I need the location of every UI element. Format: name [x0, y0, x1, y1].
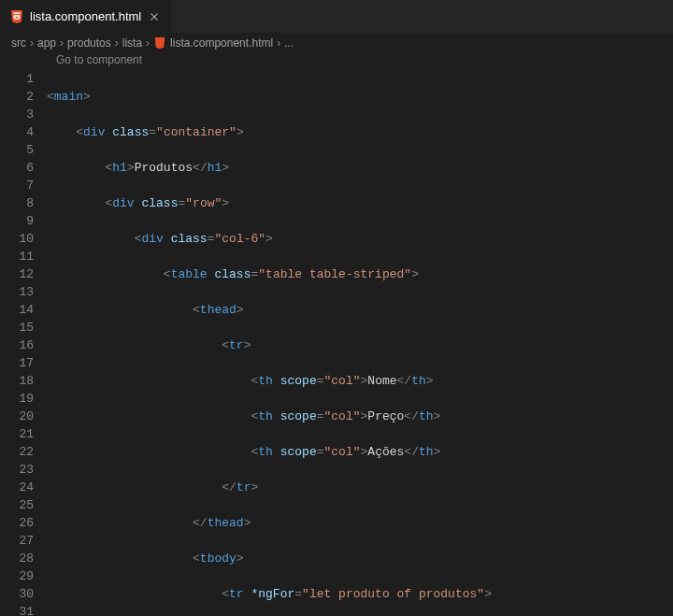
- line-number: 5: [0, 141, 34, 159]
- code-line: <div class="row">: [47, 194, 673, 212]
- code-line: <h1>Produtos</h1>: [47, 159, 673, 177]
- tab-bar: lista.component.html: [0, 0, 673, 33]
- line-number: 21: [0, 425, 34, 443]
- breadcrumb-item[interactable]: ...: [284, 36, 294, 50]
- line-number: 17: [0, 354, 34, 372]
- breadcrumb-item[interactable]: produtos: [67, 36, 111, 50]
- breadcrumb-item[interactable]: app: [37, 36, 56, 50]
- line-number: 20: [0, 408, 34, 425]
- html5-icon: [9, 9, 24, 24]
- line-number: 15: [0, 319, 34, 337]
- chevron-right-icon: ›: [30, 36, 34, 50]
- line-number: 19: [0, 390, 34, 408]
- line-number: 18: [0, 372, 34, 390]
- line-number: 30: [0, 585, 34, 603]
- code-line: <div class="container">: [47, 123, 673, 141]
- line-number: 26: [0, 514, 34, 532]
- code-line: <div class="col-6">: [47, 230, 673, 248]
- editor-tab[interactable]: lista.component.html: [0, 0, 172, 33]
- line-number: 11: [0, 248, 34, 265]
- code-line: </tr>: [47, 479, 673, 496]
- close-icon[interactable]: [147, 9, 162, 24]
- code-line: </thead>: [47, 514, 673, 532]
- go-to-component-link[interactable]: Go to component: [0, 53, 673, 70]
- code-line: <tr>: [47, 337, 673, 354]
- code-line: <th scope="col">Preço</th>: [47, 408, 673, 425]
- chevron-right-icon: ›: [60, 36, 64, 50]
- line-number: 16: [0, 337, 34, 354]
- line-number: 3: [0, 106, 34, 123]
- line-number: 28: [0, 550, 34, 567]
- chevron-right-icon: ›: [146, 36, 150, 50]
- code-area[interactable]: <main> <div class="container"> <h1>Produ…: [47, 70, 673, 616]
- line-number: 24: [0, 479, 34, 496]
- code-line: <thead>: [47, 301, 673, 319]
- line-number: 4: [0, 123, 34, 141]
- code-line: <tbody>: [47, 550, 673, 567]
- line-number-gutter: 1 2 3 4 5 6 7 8 9 10 11 12 13 14 15 16 1…: [0, 70, 47, 616]
- code-editor[interactable]: 1 2 3 4 5 6 7 8 9 10 11 12 13 14 15 16 1…: [0, 70, 673, 616]
- breadcrumb: src › app › produtos › lista › lista.com…: [0, 33, 673, 53]
- code-line: <tr *ngFor="let produto of produtos">: [47, 585, 673, 603]
- html5-icon: [153, 36, 166, 50]
- line-number: 2: [0, 88, 34, 106]
- line-number: 22: [0, 443, 34, 461]
- chevron-right-icon: ›: [277, 36, 280, 50]
- breadcrumb-item[interactable]: src: [11, 36, 26, 50]
- line-number: 8: [0, 194, 34, 212]
- line-number: 14: [0, 301, 34, 319]
- tab-title: lista.component.html: [30, 9, 141, 23]
- line-number: 9: [0, 212, 34, 230]
- line-number: 27: [0, 532, 34, 550]
- line-number: 13: [0, 283, 34, 301]
- line-number: 1: [0, 70, 34, 88]
- line-number: 10: [0, 230, 34, 248]
- code-line: <main>: [47, 88, 673, 106]
- line-number: 7: [0, 177, 34, 194]
- line-number: 31: [0, 603, 34, 616]
- code-line: <th scope="col">Nome</th>: [47, 372, 673, 390]
- line-number: 25: [0, 496, 34, 514]
- breadcrumb-item[interactable]: lista: [122, 36, 142, 50]
- line-number: 6: [0, 159, 34, 177]
- line-number: 29: [0, 567, 34, 585]
- breadcrumb-item[interactable]: lista.component.html: [170, 36, 273, 50]
- line-number: 12: [0, 265, 34, 283]
- line-number: 23: [0, 461, 34, 479]
- code-line: <th scope="col">Ações</th>: [47, 443, 673, 461]
- chevron-right-icon: ›: [115, 36, 119, 50]
- code-line: <table class="table table-striped">: [47, 265, 673, 283]
